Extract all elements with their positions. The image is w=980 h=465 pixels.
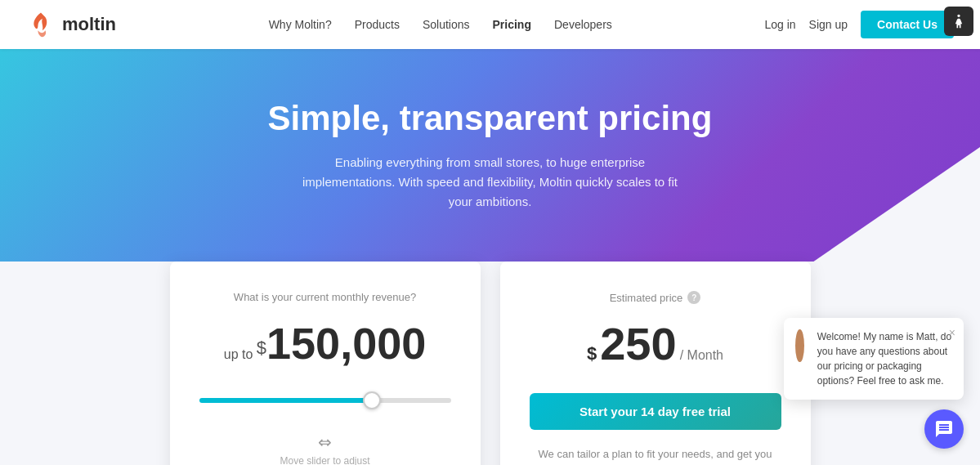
trial-button[interactable]: Start your 14 day free trial — [530, 393, 781, 430]
price-display: $ 250 / Month — [587, 317, 723, 370]
revenue-question: What is your current monthly revenue? — [199, 291, 451, 303]
chat-popup: × Welcome! My name is Matt, do you have … — [784, 318, 964, 400]
chat-avatar — [795, 329, 804, 362]
logo[interactable]: moltin — [26, 10, 116, 39]
nav-actions: Log in Sign up Contact Us — [764, 11, 954, 38]
chat-bubble-icon — [934, 419, 954, 439]
amount-number: 150,000 — [266, 319, 426, 368]
slider-label: Move slider to adjust — [280, 455, 369, 465]
estimated-price-label: Estimated price ? — [610, 291, 701, 304]
slider-arrows-icon: ⇔ — [318, 432, 332, 452]
revenue-amount: up to $150,000 — [199, 318, 451, 369]
hero-title: Simple, transparent pricing — [268, 99, 713, 138]
help-icon[interactable]: ? — [687, 291, 700, 304]
nav-solutions[interactable]: Solutions — [423, 18, 470, 31]
price-card: Estimated price ? $ 250 / Month Start yo… — [500, 262, 811, 465]
price-period: / Month — [680, 348, 723, 363]
nav-products[interactable]: Products — [355, 18, 400, 31]
avatar-icon — [795, 329, 804, 362]
chat-message: Welcome! My name is Matt, do you have an… — [817, 329, 952, 388]
svg-point-1 — [797, 347, 803, 351]
logo-icon — [26, 10, 56, 39]
revenue-card: What is your current monthly revenue? up… — [170, 262, 481, 465]
nav-developers[interactable]: Developers — [554, 18, 612, 31]
accessibility-icon — [951, 13, 967, 29]
price-number: 250 — [600, 317, 676, 370]
chat-bubble-button[interactable] — [924, 409, 964, 449]
revenue-slider-wrap — [199, 391, 451, 406]
log-in-link[interactable]: Log in — [764, 18, 795, 31]
amount-dollar: $ — [257, 338, 266, 358]
slider-hint: ⇔ Move slider to adjust — [199, 432, 451, 465]
navbar: moltin Why Moltin? Products Solutions Pr… — [0, 0, 980, 49]
nav-pricing[interactable]: Pricing — [493, 18, 531, 31]
nav-why-moltin[interactable]: Why Moltin? — [269, 18, 332, 31]
amount-prefix: up to — [224, 347, 253, 361]
contact-us-button[interactable]: Contact Us — [861, 11, 954, 38]
price-dollar-sign: $ — [587, 343, 597, 364]
svg-point-0 — [798, 342, 801, 346]
card-footer: We can tailor a plan to fit your needs, … — [530, 446, 781, 465]
sign-up-link[interactable]: Sign up — [809, 18, 848, 31]
chat-close-button[interactable]: × — [949, 324, 955, 342]
nav-links: Why Moltin? Products Solutions Pricing D… — [269, 18, 612, 31]
revenue-slider[interactable] — [199, 398, 451, 403]
logo-text: moltin — [62, 14, 116, 35]
accessibility-button[interactable] — [944, 7, 973, 36]
hero-subtitle: Enabling everything from small stores, t… — [294, 153, 687, 212]
